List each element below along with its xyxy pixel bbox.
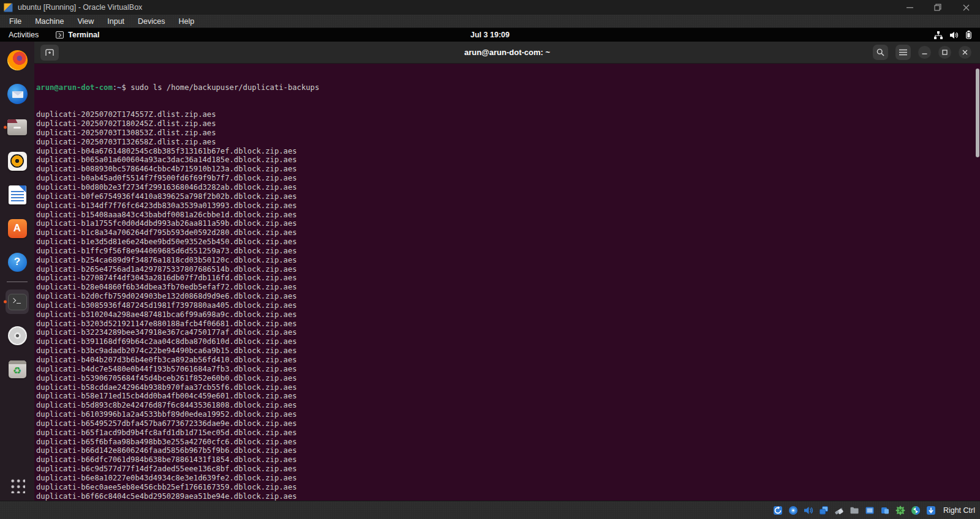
close-button[interactable] (959, 46, 971, 59)
dock-item-rhythmbox[interactable] (5, 151, 29, 171)
vbox-titlebar: ubuntu [Running] - Oracle VirtualBox (0, 0, 980, 15)
terminal-output-line: duplicati-b6e8a10227e0b43d4934c8e3e1d639… (36, 474, 980, 483)
shared-folders-icon[interactable] (849, 505, 860, 516)
dock-item-firefox[interactable] (5, 50, 29, 70)
vbox-close-button[interactable] (952, 0, 980, 15)
audio-icon[interactable] (803, 505, 814, 516)
vbox-menu-item[interactable]: View (70, 15, 100, 28)
typed-command: sudo ls /home/backupuser/duplicati-backu… (130, 83, 319, 92)
terminal-output-line: duplicati-b1a1755fc0d0d4dbd993ab26aa811a… (36, 219, 980, 228)
terminal-output[interactable]: arun@arun-dot-com:~$ sudo ls /home/backu… (34, 64, 980, 501)
vbox-menu-item[interactable]: Machine (28, 15, 70, 28)
rhythmbox-icon (8, 152, 27, 171)
terminal-output-line: duplicati-b65495257dbfa457ba6773672336da… (36, 419, 980, 428)
host-key-label: Right Ctrl (943, 506, 975, 515)
vbox-minimize-button[interactable] (895, 0, 924, 15)
terminal-output-line: duplicati-b65f6bfaa98ba498bb3e255a42760c… (36, 438, 980, 447)
terminal-output-line: duplicati-b15408aaa843c43babdf0081a26cbb… (36, 211, 980, 220)
libreoffice-writer-icon (9, 185, 26, 204)
terminal-output-line: duplicati-b6f66c8404c5e4bd2950289aea51be… (36, 492, 980, 501)
search-button[interactable] (873, 45, 888, 60)
vbox-menubar: FileMachineViewInputDevicesHelp (0, 15, 980, 28)
battery-icon (966, 31, 971, 39)
virtualbox-app-icon (4, 3, 13, 12)
show-applications-button[interactable] (9, 477, 25, 493)
vbox-restore-button[interactable] (924, 0, 952, 15)
terminal-output-line: duplicati-b66d142e8606246faad5856b967b5f… (36, 446, 980, 455)
terminal-output-line: duplicati-20250702T174557Z.dlist.zip.aes (36, 110, 980, 119)
terminal-headerbar[interactable]: arun@arun-dot-com: ~ (34, 42, 980, 64)
terminal-output-line: duplicati-b270874f4df3043a2816db07f7db11… (36, 274, 980, 283)
terminal-output-line: duplicati-b58e171ed15cb4dd0ba4fb004c459e… (36, 392, 980, 401)
dock-item-disc[interactable] (5, 325, 29, 346)
terminal-output-line: duplicati-b0d80b2e3f2734f29916368046d328… (36, 183, 980, 192)
terminal-output-line: duplicati-b32234289bee347918e367ca475017… (36, 328, 980, 337)
disc-icon (8, 326, 27, 345)
terminal-output-line: duplicati-b265e4756ad1a42978753378076865… (36, 265, 980, 274)
terminal-output-line: duplicati-b0ab45ad0f5514f7f9500fd6f69f9b… (36, 174, 980, 183)
terminal-output-line: duplicati-b6ec0aee5eb8e456cbb25ef1766167… (36, 483, 980, 492)
terminal-icon (8, 294, 27, 310)
terminal-title: arun@arun-dot-com: ~ (34, 48, 980, 57)
app-center-icon: A (8, 219, 27, 238)
files-icon (7, 119, 27, 135)
vbox-menu-item[interactable]: File (2, 15, 28, 28)
terminal-output-line: duplicati-b6c9d577d77f14df2aded55eee136c… (36, 465, 980, 474)
focused-app-menu[interactable]: Terminal (47, 31, 108, 39)
dock-item-trash[interactable]: ♻ (5, 359, 29, 379)
keyboard-capture-icon[interactable] (925, 505, 937, 516)
thunderbird-icon (7, 84, 28, 104)
terminal-output-line: duplicati-b254ca689d9f34876a1818cd03b501… (36, 256, 980, 265)
terminal-output-line: duplicati-b0fe6754936f4410a839625a798f2b… (36, 192, 980, 201)
vbox-statusbar: Right Ctrl (0, 501, 980, 519)
features-icon[interactable] (895, 505, 906, 516)
recording-icon[interactable] (880, 505, 891, 516)
terminal-output-line: duplicati-b5d893c8b2e42476d87f6c84435361… (36, 401, 980, 410)
terminal-output-line: duplicati-20250703T130853Z.dlist.zip.aes (36, 129, 980, 138)
dock-item-terminal[interactable] (5, 291, 29, 312)
clock[interactable]: Jul 3 19:09 (0, 31, 980, 39)
mouse-integration-icon[interactable] (910, 505, 921, 516)
terminal-output-line: duplicati-b04a67614802545c8b385f313161b6… (36, 147, 980, 156)
network-icon (934, 31, 943, 39)
vbox-menu-item[interactable]: Devices (131, 15, 172, 28)
vbox-window-title: ubuntu [Running] - Oracle VirtualBox (18, 3, 142, 12)
system-tray[interactable] (934, 31, 980, 39)
dock-item-help[interactable]: ? (5, 252, 29, 272)
terminal-output-line: duplicati-b391168df69b64c2aa04c8dba870d6… (36, 337, 980, 346)
dock-item-app-center[interactable]: A (5, 218, 29, 239)
maximize-button[interactable] (938, 46, 951, 59)
vbox-menu-item[interactable]: Input (100, 15, 131, 28)
firefox-icon (7, 50, 28, 70)
prompt-user-host: arun@arun-dot-com (36, 83, 113, 92)
terminal-output-line: duplicati-b134df7f76fc6423db830a3539a013… (36, 201, 980, 211)
dock-item-files[interactable] (5, 117, 29, 138)
activities-button[interactable]: Activities (0, 31, 47, 39)
dock-item-libreoffice-writer[interactable] (5, 184, 29, 205)
network-icon[interactable] (818, 505, 829, 516)
running-indicator (4, 126, 7, 129)
terminal-app-icon (56, 31, 64, 39)
volume-icon (950, 31, 959, 39)
vbox-menu-item[interactable]: Help (172, 15, 202, 28)
optical-drives-icon[interactable] (788, 505, 799, 516)
virtualbox-window: ubuntu [Running] - Oracle VirtualBox Fil… (0, 0, 980, 519)
terminal-output-line: duplicati-b2d0cfb759d024903be132d0868d9d… (36, 292, 980, 301)
display-icon[interactable] (864, 505, 875, 516)
terminal-output-line: duplicati-b6103996b1a2a4533bbf89d0edea19… (36, 410, 980, 419)
usb-icon[interactable] (834, 505, 845, 516)
terminal-output-line: duplicati-b66dfc7061d984b638be78861431f1… (36, 455, 980, 465)
dock: A ? ♻ (0, 42, 34, 501)
dock-item-thunderbird[interactable] (5, 83, 29, 104)
terminal-output-line: duplicati-b65f1acd9bd9b4fc8afd1db1d715ec… (36, 428, 980, 438)
minimize-button[interactable] (918, 46, 931, 59)
new-tab-button[interactable] (40, 45, 59, 61)
menu-button[interactable] (895, 45, 911, 60)
gnome-topbar: Activities Terminal Jul 3 19:09 (0, 28, 980, 42)
terminal-output-line: duplicati-b4dc7e5480e0b44f193b57061684a7… (36, 365, 980, 374)
terminal-output-line: duplicati-b3203d521921147e880188afcb4f06… (36, 319, 980, 329)
terminal-scrollbar[interactable] (976, 69, 979, 157)
terminal-prompt-line: arun@arun-dot-com:~$ sudo ls /home/backu… (36, 83, 980, 92)
hard-disks-icon[interactable] (772, 505, 783, 516)
terminal-output-line: duplicati-b065a01a600604a93ac3dac36a14d1… (36, 155, 980, 165)
